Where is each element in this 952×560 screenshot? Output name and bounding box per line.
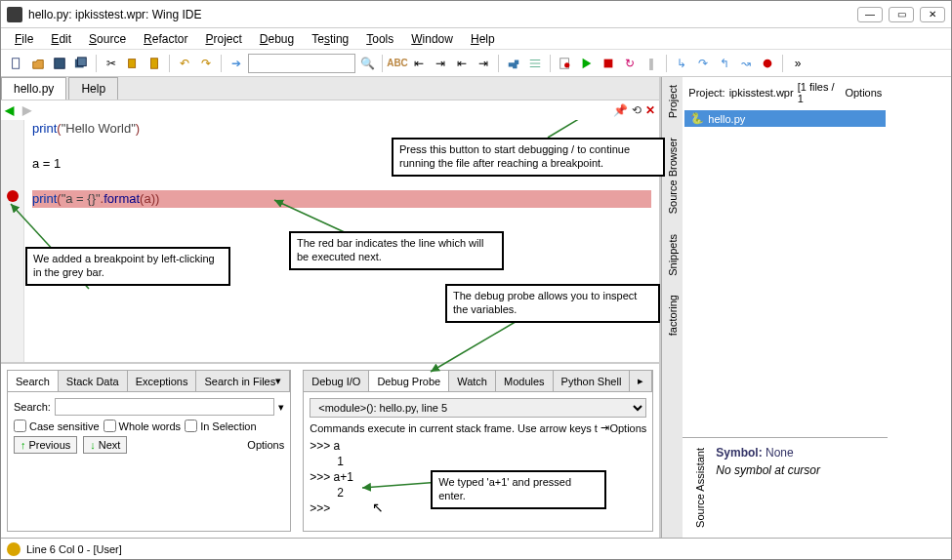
search-icon[interactable]: 🔍 bbox=[357, 54, 377, 73]
debug-continue-button[interactable] bbox=[577, 54, 597, 73]
svg-rect-0 bbox=[13, 58, 20, 68]
restart-icon[interactable]: ↻ bbox=[620, 54, 640, 73]
toolbar: ✂ ↶ ↷ ➔ 🔍 ABC ⇤ ⇥ ⇤ ⇥ ↻ ‖ ↳ ↷ ↰ ↝ » bbox=[1, 50, 951, 77]
next-button[interactable]: ↓ Next bbox=[83, 436, 127, 454]
menu-edit[interactable]: Edit bbox=[43, 30, 79, 48]
menu-file[interactable]: File bbox=[7, 30, 41, 48]
tab-exceptions[interactable]: Exceptions bbox=[128, 371, 197, 391]
close-button[interactable]: ✕ bbox=[920, 7, 945, 22]
side-tab-source-assistant[interactable]: Source Assistant bbox=[692, 446, 708, 530]
python-icon[interactable] bbox=[504, 54, 523, 73]
svg-rect-4 bbox=[129, 59, 136, 67]
tab-search-in-files[interactable]: Search in Files ▾ bbox=[196, 371, 290, 391]
in-selection-checkbox[interactable] bbox=[185, 420, 197, 432]
code-editor[interactable]: print("Hello World") a = 1 print("a = {}… bbox=[1, 120, 659, 362]
probe-options-link[interactable]: Options bbox=[609, 422, 646, 434]
menu-debug[interactable]: Debug bbox=[252, 30, 302, 48]
svg-rect-1 bbox=[55, 58, 65, 68]
cut-icon[interactable]: ✂ bbox=[102, 54, 121, 73]
tab-stack-data[interactable]: Stack Data bbox=[59, 371, 128, 391]
indent-right-icon[interactable]: ⇥ bbox=[431, 54, 450, 73]
tab-search[interactable]: Search bbox=[8, 371, 59, 391]
stop-icon[interactable] bbox=[599, 54, 618, 73]
indent-out-icon[interactable]: ⇥ bbox=[474, 54, 493, 73]
project-name: ipkisstest.wpr bbox=[729, 87, 794, 99]
project-file-item[interactable]: 🐍 hello.py bbox=[684, 110, 886, 127]
side-tab-source-browser[interactable]: Source Browser bbox=[665, 136, 681, 216]
annotation-breakpoint: We added a breakpoint by left-clicking i… bbox=[25, 247, 230, 286]
undo-icon[interactable]: ↶ bbox=[175, 54, 194, 73]
tab-hello[interactable]: hello.py bbox=[1, 77, 66, 100]
menu-refactor[interactable]: Refactor bbox=[136, 30, 195, 48]
nav-back-icon[interactable]: ◀ bbox=[5, 103, 19, 117]
indent-left-icon[interactable]: ⇤ bbox=[409, 54, 429, 73]
annotation-typed: We typed 'a+1' and pressed enter. bbox=[431, 470, 606, 509]
menu-window[interactable]: Window bbox=[403, 30, 461, 48]
redo-icon[interactable]: ↷ bbox=[196, 54, 216, 73]
pin-icon[interactable]: 📌 bbox=[613, 103, 628, 117]
menu-source[interactable]: Source bbox=[81, 30, 134, 48]
save-all-icon[interactable] bbox=[71, 54, 91, 73]
whole-words-checkbox[interactable] bbox=[103, 420, 116, 432]
tab-python-shell[interactable]: Python Shell bbox=[554, 371, 631, 391]
pause-icon[interactable]: ‖ bbox=[642, 54, 661, 73]
menu-help[interactable]: Help bbox=[463, 30, 503, 48]
tab-label: Help bbox=[81, 82, 105, 96]
indent-in-icon[interactable]: ⇤ bbox=[452, 54, 472, 73]
step-over-icon[interactable]: ↷ bbox=[693, 54, 713, 73]
compare-icon[interactable] bbox=[525, 54, 545, 73]
bug-icon[interactable] bbox=[7, 542, 21, 556]
toolbar-search-input[interactable] bbox=[248, 54, 355, 73]
tab-debug-probe[interactable]: Debug Probe bbox=[369, 371, 449, 391]
scope-select[interactable]: <module>(): hello.py, line 5 bbox=[310, 398, 646, 418]
more-icon[interactable]: » bbox=[788, 54, 807, 73]
editor-panel: ◀ ▶ 📌 ⟲ ✕ print("Hello World") a = 1 bbox=[1, 100, 659, 362]
side-tab-snippets[interactable]: Snippets bbox=[665, 232, 681, 278]
spellcheck-icon[interactable]: ABC bbox=[388, 54, 407, 73]
options-link[interactable]: Options bbox=[247, 439, 284, 451]
dropdown-icon[interactable]: ▾ bbox=[278, 401, 284, 414]
previous-button[interactable]: ↑ Previous bbox=[14, 436, 77, 454]
project-label: Project: bbox=[688, 87, 724, 99]
save-icon[interactable] bbox=[50, 54, 69, 73]
step-into-icon[interactable]: ↳ bbox=[672, 54, 691, 73]
bottom-right-panel: Debug I/O Debug Probe Watch Modules Pyth… bbox=[303, 370, 653, 532]
gutter[interactable] bbox=[1, 120, 24, 362]
step-out-icon[interactable]: ↰ bbox=[715, 54, 734, 73]
project-options-link[interactable]: Options bbox=[845, 87, 882, 99]
new-file-icon[interactable] bbox=[7, 54, 26, 73]
goto-icon[interactable]: ➔ bbox=[227, 54, 246, 73]
symbol-message: No symbol at cursor bbox=[716, 463, 880, 477]
tab-modules[interactable]: Modules bbox=[496, 371, 554, 391]
breakpoint-toggle-icon[interactable] bbox=[758, 54, 777, 73]
tab-label: hello.py bbox=[14, 82, 54, 96]
nav-forward-icon[interactable]: ▶ bbox=[22, 103, 36, 117]
minimize-button[interactable]: — bbox=[857, 7, 883, 22]
paste-icon[interactable] bbox=[145, 54, 164, 73]
menu-tools[interactable]: Tools bbox=[358, 30, 401, 48]
menu-project[interactable]: Project bbox=[197, 30, 249, 48]
side-tab-refactoring[interactable]: factoring bbox=[665, 293, 681, 338]
tab-watch[interactable]: Watch bbox=[449, 371, 496, 391]
maximize-button[interactable]: ▭ bbox=[889, 7, 914, 22]
svg-point-7 bbox=[564, 62, 569, 67]
main-window: hello.py: ipkisstest.wpr: Wing IDE — ▭ ✕… bbox=[0, 0, 952, 560]
open-file-icon[interactable] bbox=[28, 54, 48, 73]
indent-icon[interactable]: ⇥ bbox=[600, 421, 609, 434]
tabs-scroll-right-icon[interactable]: ▸ bbox=[630, 371, 652, 391]
annotation-probe: The debug probe allows you to inspect th… bbox=[445, 284, 660, 323]
run-file-icon[interactable] bbox=[556, 54, 575, 73]
menu-testing[interactable]: Testing bbox=[304, 30, 356, 48]
copy-icon[interactable] bbox=[123, 54, 143, 73]
tab-debug-io[interactable]: Debug I/O bbox=[304, 371, 369, 391]
annotation-debug-button: Press this button to start debugging / t… bbox=[392, 138, 665, 177]
close-tab-icon[interactable]: ✕ bbox=[645, 103, 655, 117]
tab-help[interactable]: Help bbox=[68, 77, 118, 100]
breakpoint-marker[interactable] bbox=[7, 190, 19, 202]
side-tab-project[interactable]: Project bbox=[665, 83, 681, 120]
step-icon[interactable]: ↝ bbox=[736, 54, 756, 73]
case-sensitive-checkbox[interactable] bbox=[14, 420, 26, 432]
dropdown-icon[interactable]: ▾ bbox=[275, 375, 281, 387]
search-field[interactable] bbox=[55, 398, 274, 416]
sync-icon[interactable]: ⟲ bbox=[632, 103, 642, 117]
